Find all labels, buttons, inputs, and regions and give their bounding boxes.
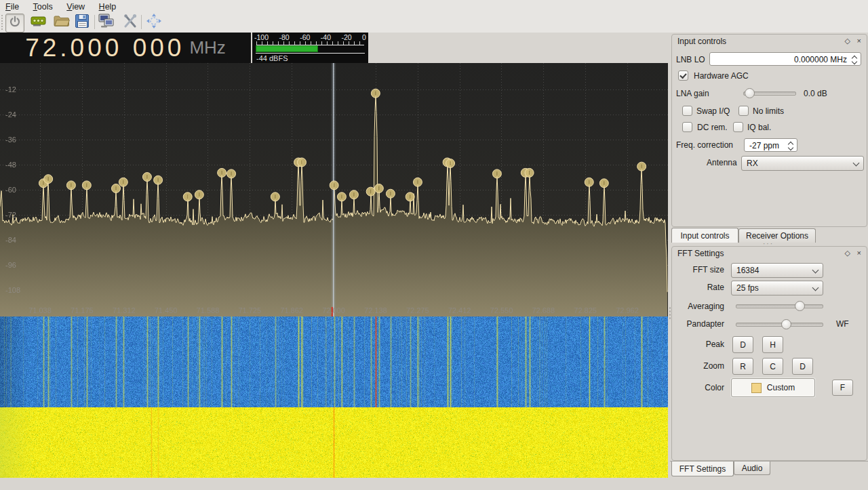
tab-label: Receiver Options: [746, 231, 808, 241]
toolbar-drag-handle[interactable]: [1, 14, 4, 30]
antenna-label: Antenna: [707, 158, 737, 167]
spectrum-canvas[interactable]: [0, 63, 668, 317]
open-button[interactable]: [53, 14, 71, 31]
chevron-down-icon: [812, 285, 819, 291]
tab-audio[interactable]: Audio: [734, 462, 770, 475]
meter-tick: -60: [300, 33, 310, 41]
sdr-device-icon: [31, 14, 47, 31]
freeze-button[interactable]: F: [832, 380, 853, 396]
peak-hold-button[interactable]: H: [762, 336, 783, 353]
tab-fft-settings[interactable]: FFT Settings: [671, 462, 734, 476]
averaging-slider-handle[interactable]: [795, 301, 805, 311]
meter-value: -44 dBFS: [256, 54, 288, 62]
freq-correction-value: -27 ppm: [749, 141, 779, 150]
dc-rem-checkbox[interactable]: [682, 122, 692, 132]
fft-settings-title: FFT Settings: [677, 249, 724, 258]
signal-strength-meter: -100 -80 -60 -40 -20 0 -44 dBFS: [252, 33, 368, 63]
folder-icon: [54, 14, 70, 30]
power-button[interactable]: [5, 14, 24, 33]
waterfall-canvas[interactable]: [0, 317, 668, 478]
spin-down-icon[interactable]: [852, 59, 857, 64]
lnb-lo-value: 0.000000 MHz: [794, 55, 847, 64]
chevron-down-icon: [812, 267, 819, 274]
spin-down-icon[interactable]: [788, 145, 793, 150]
computer-icon: [98, 13, 116, 32]
freq-correction-label: Freq. correction: [676, 140, 733, 150]
color-scheme-button[interactable]: Custom: [731, 378, 815, 397]
meter-tick: -80: [279, 33, 289, 41]
tab-input-controls[interactable]: Input controls: [671, 228, 738, 243]
zoom-demod-button[interactable]: D: [792, 358, 813, 375]
lna-gain-slider[interactable]: [743, 91, 796, 96]
menu-tools[interactable]: Tools: [28, 1, 58, 12]
float-panel-icon[interactable]: ◇: [845, 249, 850, 258]
dsp-button[interactable]: [98, 14, 116, 31]
hardware-agc-label[interactable]: Hardware AGC: [694, 71, 749, 81]
zoom-label: Zoom: [673, 361, 724, 371]
input-controls-title: Input controls: [677, 37, 726, 46]
hardware-agc-checkbox[interactable]: [678, 70, 688, 81]
menubar: File Tools View Help: [0, 0, 868, 12]
frequency-digits[interactable]: 72.000 000: [25, 33, 184, 63]
swap-iq-label[interactable]: Swap I/Q: [696, 106, 730, 116]
lnb-lo-spinbox[interactable]: 0.000000 MHz: [709, 52, 861, 66]
tab-label: Audio: [742, 464, 763, 473]
menu-file[interactable]: File: [0, 1, 24, 12]
tab-receiver-options[interactable]: Receiver Options: [738, 228, 816, 243]
wf-label: WF: [836, 319, 849, 329]
fft-size-label: FFT size: [673, 265, 724, 274]
pandapter-label: Pandapter: [673, 319, 724, 329]
close-panel-icon[interactable]: ×: [857, 37, 861, 45]
floppy-icon: [75, 14, 90, 31]
averaging-slider[interactable]: [736, 304, 823, 308]
button-label: D: [740, 340, 746, 350]
configure-device-button[interactable]: [30, 14, 47, 31]
tab-label: FFT Settings: [679, 464, 726, 474]
frequency-unit: MHz: [189, 37, 225, 58]
meter-baseline: [256, 53, 365, 54]
tools-button[interactable]: [121, 14, 139, 31]
fft-size-select[interactable]: 16384: [731, 263, 823, 278]
peak-label: Peak: [673, 340, 724, 349]
pandapter-wf-slider-handle[interactable]: [781, 319, 791, 329]
rate-value: 25 fps: [736, 283, 759, 293]
float-panel-icon[interactable]: ◇: [845, 37, 850, 45]
lnb-lo-label: LNB LO: [676, 55, 705, 64]
save-button[interactable]: [73, 14, 91, 31]
peak-detect-button[interactable]: D: [732, 336, 753, 353]
lna-gain-value: 0.0 dB: [804, 89, 827, 98]
freq-correction-spinbox[interactable]: -27 ppm: [744, 138, 797, 152]
meter-level-bar: [256, 45, 318, 52]
iq-bal-label[interactable]: IQ bal.: [747, 123, 771, 132]
button-label: Custom: [767, 383, 795, 392]
zoom-center-button[interactable]: C: [762, 358, 783, 375]
rate-select[interactable]: 25 fps: [731, 281, 823, 295]
color-label: Color: [673, 383, 724, 392]
menu-help[interactable]: Help: [94, 1, 122, 12]
lna-gain-label: LNA gain: [676, 89, 709, 98]
meter-tick: 0: [362, 33, 366, 41]
averaging-label: Averaging: [673, 302, 724, 311]
toolbar: [0, 12, 868, 33]
fft-size-value: 16384: [736, 266, 759, 275]
swap-iq-checkbox[interactable]: [682, 106, 692, 116]
button-label: F: [840, 383, 845, 392]
zoom-reset-button[interactable]: R: [732, 358, 753, 375]
antenna-select[interactable]: RX: [741, 156, 864, 171]
close-panel-icon[interactable]: ×: [857, 249, 861, 257]
meter-tick: -40: [321, 33, 331, 41]
button-label: C: [770, 362, 776, 371]
no-limits-checkbox[interactable]: [738, 106, 749, 116]
frequency-display[interactable]: 72.000 000 MHz: [0, 33, 251, 63]
rate-label: Rate: [673, 283, 724, 292]
meter-tick: -20: [341, 33, 351, 41]
dc-rem-label[interactable]: DC rem.: [697, 123, 728, 132]
fullscreen-button[interactable]: [145, 14, 163, 31]
fullscreen-icon: [145, 13, 163, 32]
no-limits-label[interactable]: No limits: [753, 106, 784, 116]
iq-bal-checkbox[interactable]: [733, 122, 743, 132]
fft-settings-panel: FFT Settings ◇ ×: [671, 246, 867, 461]
menu-view[interactable]: View: [61, 1, 90, 12]
pandapter-wf-slider[interactable]: [736, 323, 823, 327]
lna-gain-slider-handle[interactable]: [745, 88, 755, 98]
